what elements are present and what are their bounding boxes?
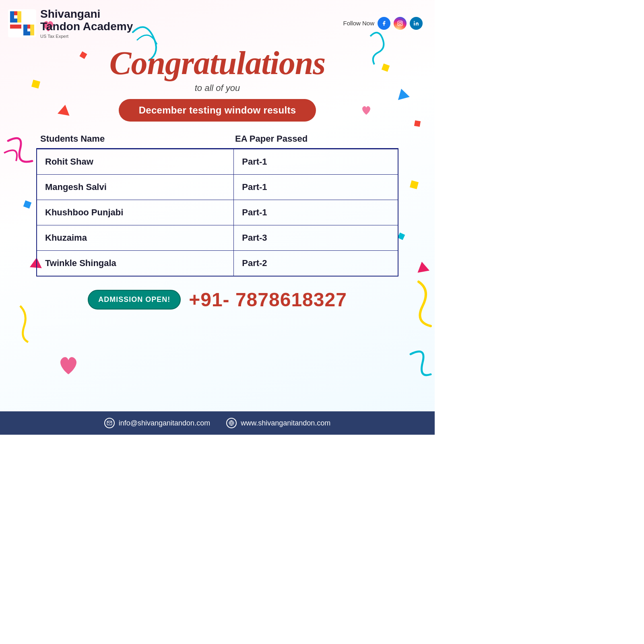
linkedin-icon[interactable] (410, 17, 423, 30)
svg-rect-24 (414, 23, 415, 25)
table-row: Twinkle Shingala Part-2 (37, 251, 398, 276)
cell-name-1: Mangesh Salvi (37, 175, 234, 200)
col-name-header: Students Name (40, 134, 235, 144)
cell-name-2: Khushboo Punjabi (37, 200, 234, 225)
footer-email: info@shivanganitandon.com (104, 418, 210, 428)
follow-label: Follow Now (343, 20, 374, 27)
website-text: www.shivanganitandon.com (241, 419, 330, 427)
cell-paper-0: Part-1 (234, 149, 398, 174)
col-paper-header: EA Paper Passed (235, 134, 394, 144)
table-row: Khuzaima Part-3 (37, 225, 398, 251)
logo-icon (8, 9, 36, 37)
logo-subtitle: US Tax Expert (40, 34, 133, 39)
congrats-sub: to all of you (195, 83, 240, 93)
table-row: Khushboo Punjabi Part-1 (37, 200, 398, 225)
svg-point-23 (401, 22, 402, 23)
footer-website: www.shivanganitandon.com (226, 418, 330, 428)
follow-area: Follow Now (343, 17, 423, 30)
website-icon (226, 418, 237, 428)
cell-paper-2: Part-1 (234, 200, 398, 225)
svg-point-25 (414, 21, 415, 22)
email-text: info@shivanganitandon.com (119, 419, 210, 427)
table-row: Rohit Shaw Part-1 (37, 149, 398, 175)
logo-text: Shivangani Tandon Academy US Tax Expert (40, 8, 133, 39)
admission-badge[interactable]: ADMISSION OPEN! (88, 290, 181, 310)
instagram-icon[interactable] (394, 17, 407, 30)
cell-name-0: Rohit Shaw (37, 149, 234, 174)
svg-rect-15 (10, 25, 21, 29)
logo-title: Shivangani Tandon Academy (40, 8, 133, 33)
banner: December testing window results (119, 99, 316, 122)
table-header: Students Name EA Paper Passed (36, 134, 398, 149)
results-table: Students Name EA Paper Passed Rohit Shaw… (36, 134, 398, 277)
svg-rect-20 (30, 25, 34, 35)
cell-paper-4: Part-2 (234, 251, 398, 276)
facebook-icon[interactable] (378, 17, 390, 30)
cell-name-3: Khuzaima (37, 225, 234, 250)
logo-area: Shivangani Tandon Academy US Tax Expert (8, 8, 133, 39)
email-icon (104, 418, 115, 428)
svg-rect-21 (398, 21, 402, 26)
svg-point-22 (399, 22, 401, 25)
phone-number: +91- 7878618327 (189, 289, 347, 311)
table-body: Rohit Shaw Part-1 Mangesh Salvi Part-1 K… (36, 149, 398, 277)
header: Shivangani Tandon Academy US Tax Expert … (0, 0, 435, 43)
cell-paper-3: Part-3 (234, 225, 398, 250)
main-content: Congratulations to all of you December t… (0, 43, 435, 411)
table-row: Mangesh Salvi Part-1 (37, 175, 398, 200)
cell-paper-1: Part-1 (234, 175, 398, 200)
congrats-title: Congratulations (109, 47, 325, 80)
admission-row: ADMISSION OPEN! +91- 7878618327 (88, 289, 347, 311)
footer-bar: info@shivanganitandon.com www.shivangani… (0, 411, 435, 435)
svg-rect-16 (17, 11, 21, 23)
cell-name-4: Twinkle Shingala (37, 251, 234, 276)
